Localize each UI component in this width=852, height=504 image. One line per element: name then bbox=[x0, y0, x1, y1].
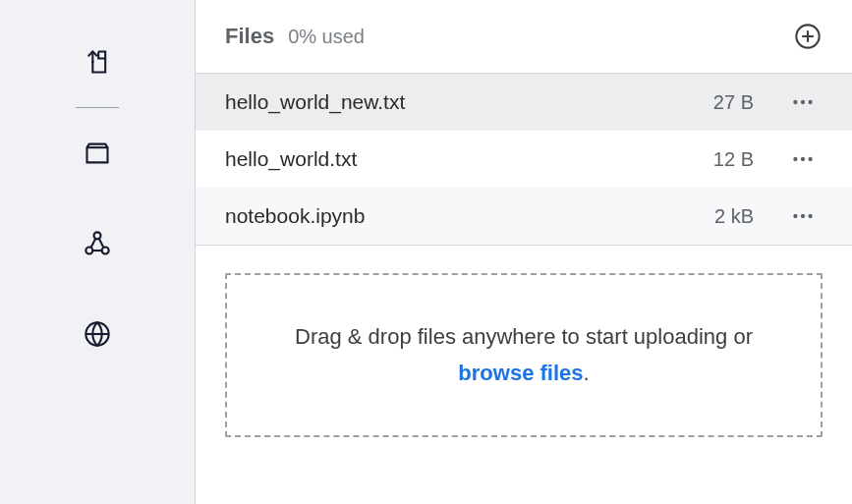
svg-point-8 bbox=[793, 157, 797, 161]
add-file-button[interactable] bbox=[793, 22, 823, 51]
file-size: 27 B bbox=[695, 91, 783, 114]
more-horizontal-icon bbox=[790, 146, 816, 172]
svg-point-10 bbox=[808, 157, 812, 161]
dropzone-text-suffix: . bbox=[584, 361, 590, 385]
svg-point-12 bbox=[801, 214, 805, 218]
file-menu-button[interactable] bbox=[783, 146, 823, 172]
dropzone[interactable]: Drag & drop files anywhere to start uplo… bbox=[225, 273, 823, 437]
file-name: notebook.ipynb bbox=[225, 204, 695, 228]
svg-point-6 bbox=[801, 100, 805, 104]
file-row[interactable]: hello_world.txt12 B bbox=[196, 131, 852, 188]
dropzone-text-prefix: Drag & drop files anywhere to start uplo… bbox=[295, 324, 753, 349]
svg-point-7 bbox=[808, 100, 812, 104]
file-menu-button[interactable] bbox=[783, 89, 823, 115]
upload-file-icon[interactable] bbox=[80, 44, 115, 80]
share-icon[interactable] bbox=[80, 226, 115, 261]
files-title: Files bbox=[225, 24, 274, 49]
more-horizontal-icon bbox=[790, 89, 816, 115]
files-header: Files 0% used bbox=[196, 0, 852, 74]
svg-point-9 bbox=[801, 157, 805, 161]
svg-point-2 bbox=[102, 248, 109, 254]
sidebar-divider bbox=[76, 107, 119, 108]
svg-point-5 bbox=[793, 100, 797, 104]
plus-circle-icon bbox=[794, 23, 822, 50]
globe-icon[interactable] bbox=[80, 316, 115, 352]
file-size: 12 B bbox=[695, 148, 783, 171]
file-size: 2 kB bbox=[695, 205, 783, 228]
more-horizontal-icon bbox=[790, 203, 816, 229]
browse-files-link[interactable]: browse files bbox=[458, 361, 583, 385]
file-list: hello_world_new.txt27 Bhello_world.txt12… bbox=[196, 74, 852, 246]
file-name: hello_world_new.txt bbox=[225, 90, 695, 114]
svg-point-11 bbox=[793, 214, 797, 218]
svg-point-13 bbox=[808, 214, 812, 218]
sidebar bbox=[0, 0, 195, 504]
svg-point-0 bbox=[94, 232, 101, 239]
box-icon[interactable] bbox=[80, 136, 115, 171]
file-row[interactable]: hello_world_new.txt27 B bbox=[196, 74, 852, 131]
main-panel: Files 0% used hello_world_new.txt27 Bhel… bbox=[195, 0, 852, 504]
dropzone-container: Drag & drop files anywhere to start uplo… bbox=[196, 246, 852, 437]
files-usage: 0% used bbox=[288, 26, 365, 48]
header-left: Files 0% used bbox=[225, 24, 365, 49]
file-row[interactable]: notebook.ipynb2 kB bbox=[196, 188, 852, 245]
file-menu-button[interactable] bbox=[783, 203, 823, 229]
file-name: hello_world.txt bbox=[225, 147, 695, 171]
svg-point-1 bbox=[85, 248, 92, 254]
